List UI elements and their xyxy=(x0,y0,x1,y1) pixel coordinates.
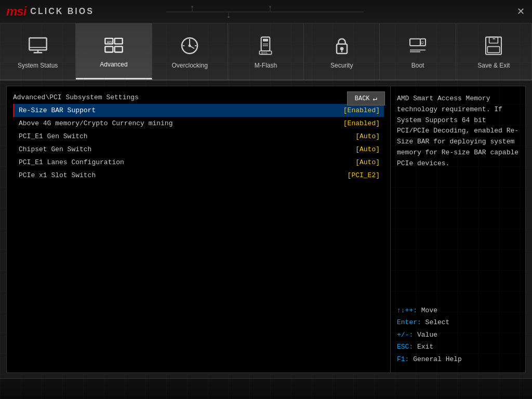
tab-boot-label: Boot xyxy=(411,62,424,69)
setting-item-above-4g[interactable]: Above 4G memory/Crypto Currency mining[E… xyxy=(13,117,384,130)
setting-name-pcie-x1: PCIe x1 Slot Switch xyxy=(19,171,348,179)
key-hint: +/-: Value xyxy=(397,329,519,341)
key-hint: F1: General Help xyxy=(397,353,519,365)
tab-system-status[interactable]: System Status xyxy=(0,23,76,79)
security-icon xyxy=(329,34,355,58)
tab-security[interactable]: Security xyxy=(304,23,380,79)
svg-point-19 xyxy=(189,45,191,47)
main-content: Advanced\PCI Subsystem Settings BACK ↵ R… xyxy=(0,81,532,378)
setting-value-pci-e1-lanes: [Auto] xyxy=(355,158,380,166)
svg-text:ADV: ADV xyxy=(107,40,113,43)
bios-title: CLICK BIOS xyxy=(30,7,94,16)
settings-list: Re-Size BAR Support[Enabled]Above 4G mem… xyxy=(13,104,384,182)
key-hint-action: Value xyxy=(417,331,437,339)
setting-name-pci-e1-gen: PCI_E1 Gen Switch xyxy=(19,132,355,140)
svg-point-30 xyxy=(340,47,343,51)
tab-boot[interactable]: 1 2 Boot xyxy=(380,23,456,79)
svg-rect-24 xyxy=(263,39,268,42)
key-hint: Enter: Select xyxy=(397,316,519,328)
key-hint: ↑↓++: Move xyxy=(397,304,519,316)
advanced-icon: ADV xyxy=(101,33,127,57)
svg-rect-13 xyxy=(105,46,113,52)
setting-item-pci-e1-gen[interactable]: PCI_E1 Gen Switch[Auto] xyxy=(13,130,384,143)
setting-item-pcie-x1[interactable]: PCIe x1 Slot Switch[PCI_E2] xyxy=(13,169,384,182)
svg-point-4 xyxy=(191,6,193,8)
key-hint-key: +/-: xyxy=(397,331,417,339)
tab-advanced[interactable]: ADV Advanced xyxy=(76,23,152,79)
boot-icon: 1 2 xyxy=(405,34,431,58)
key-hint-key: Enter: xyxy=(397,318,425,326)
setting-item-chipset-gen[interactable]: Chipset Gen Switch[Auto] xyxy=(13,143,384,156)
save-exit-icon xyxy=(481,34,507,58)
tab-overclocking-label: Overclocking xyxy=(172,62,208,69)
svg-point-6 xyxy=(269,6,271,8)
setting-name-chipset-gen: Chipset Gen Switch xyxy=(19,145,355,153)
svg-rect-12 xyxy=(115,38,123,44)
left-panel: Advanced\PCI Subsystem Settings BACK ↵ R… xyxy=(6,86,391,373)
bottom-bar xyxy=(0,378,532,399)
close-button[interactable]: ✕ xyxy=(515,6,526,17)
setting-value-pcie-x1: [PCI_E2] xyxy=(348,171,380,179)
key-hint-key: ↑↓++: xyxy=(397,307,421,314)
back-button[interactable]: BACK ↵ xyxy=(347,91,385,105)
tab-save-exit-label: Save & Exit xyxy=(477,62,510,69)
logo: msi CLICK BIOS xyxy=(6,4,94,19)
tab-m-flash[interactable]: BIOS M-Flash xyxy=(228,23,304,79)
setting-value-pci-e1-gen: [Auto] xyxy=(355,132,380,140)
key-hint-action: Move xyxy=(421,307,437,314)
msi-logo-text: msi xyxy=(6,4,26,19)
navigation-bar: System Status ADV Advanced xyxy=(0,23,532,81)
help-text: AMD Smart Access Memory technology requi… xyxy=(397,94,519,169)
key-hint-key: F1: xyxy=(397,355,413,363)
setting-value-chipset-gen: [Auto] xyxy=(355,145,380,153)
svg-point-5 xyxy=(228,16,230,18)
breadcrumb: Advanced\PCI Subsystem Settings xyxy=(13,94,139,101)
svg-rect-14 xyxy=(115,46,123,52)
system-status-icon xyxy=(25,34,51,58)
key-hints: ↑↓++: MoveEnter: Select+/-: ValueESC: Ex… xyxy=(397,304,519,365)
overclocking-icon xyxy=(177,34,203,58)
tab-m-flash-label: M-Flash xyxy=(255,62,277,69)
tab-advanced-label: Advanced xyxy=(100,61,127,68)
back-arrow-icon: ↵ xyxy=(373,94,377,103)
tab-security-label: Security xyxy=(330,62,353,69)
setting-name-resize-bar: Re-Size BAR Support xyxy=(19,107,343,114)
tab-overclocking[interactable]: Overclocking xyxy=(152,23,228,79)
setting-value-above-4g: [Enabled] xyxy=(343,119,380,127)
svg-rect-40 xyxy=(488,47,500,53)
key-hint-action: General Help xyxy=(413,355,462,363)
setting-item-resize-bar[interactable]: Re-Size BAR Support[Enabled] xyxy=(13,104,384,117)
svg-rect-7 xyxy=(29,38,46,50)
setting-name-pci-e1-lanes: PCI_E1 Lanes Configuration xyxy=(19,158,355,166)
decorative-circuit xyxy=(166,4,374,20)
m-flash-icon: BIOS xyxy=(252,34,278,58)
svg-rect-38 xyxy=(486,37,501,54)
svg-text:2: 2 xyxy=(422,41,424,45)
svg-rect-32 xyxy=(410,39,420,46)
right-panel: AMD Smart Access Memory technology requi… xyxy=(391,86,526,373)
key-hint-action: Select xyxy=(425,318,450,326)
key-hint: ESC: Exit xyxy=(397,341,519,353)
svg-text:BIOS: BIOS xyxy=(261,51,268,55)
setting-name-above-4g: Above 4G memory/Crypto Currency mining xyxy=(19,119,343,127)
setting-item-pci-e1-lanes[interactable]: PCI_E1 Lanes Configuration[Auto] xyxy=(13,156,384,169)
header: msi CLICK BIOS ✕ xyxy=(0,0,532,23)
svg-rect-39 xyxy=(489,37,498,43)
setting-value-resize-bar: [Enabled] xyxy=(343,107,380,114)
tab-system-status-label: System Status xyxy=(18,62,58,69)
key-hint-key: ESC: xyxy=(397,343,417,351)
back-button-label: BACK xyxy=(355,95,370,102)
key-hint-action: Exit xyxy=(417,343,433,351)
tab-save-exit[interactable]: Save & Exit xyxy=(456,23,532,79)
